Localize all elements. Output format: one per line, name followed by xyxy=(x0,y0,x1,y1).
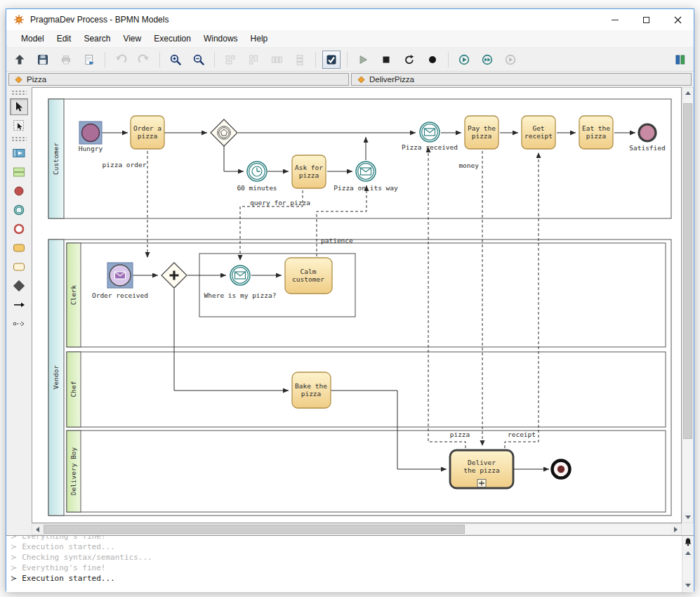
console-scrollbar[interactable] xyxy=(682,536,694,592)
palette-grip[interactable] xyxy=(11,136,27,143)
zoom-out-button[interactable] xyxy=(190,51,208,69)
horizontal-scroll-thumb[interactable] xyxy=(44,525,465,534)
subprocess-tool[interactable] xyxy=(10,258,28,275)
menu-search[interactable]: Search xyxy=(77,31,117,46)
print-icon xyxy=(60,53,72,66)
scroll-left-button[interactable] xyxy=(32,524,43,534)
scroll-up-button[interactable] xyxy=(682,88,693,98)
label-patience: patience xyxy=(321,237,353,244)
step-into-button[interactable] xyxy=(455,51,473,69)
vertical-scroll-thumb[interactable] xyxy=(683,103,692,439)
report-icon xyxy=(83,53,95,66)
distribute-vertical-button[interactable] xyxy=(291,51,309,69)
redo-button[interactable] xyxy=(135,51,153,69)
panels-icon xyxy=(674,53,687,66)
lane-tool[interactable] xyxy=(10,164,28,181)
select-tool[interactable] xyxy=(10,98,28,115)
run-button[interactable] xyxy=(354,51,372,69)
menu-view[interactable]: View xyxy=(117,31,147,46)
intermediate-event-tool[interactable] xyxy=(10,202,28,218)
task-bake-the-pizza[interactable]: Bake the pizza xyxy=(292,372,331,408)
envelope-icon xyxy=(115,272,126,279)
check-model-button[interactable] xyxy=(322,51,341,69)
end-event-tool[interactable] xyxy=(10,221,28,237)
console-scroll-up-button[interactable] xyxy=(682,548,693,558)
menu-help[interactable]: Help xyxy=(244,31,275,46)
print-button[interactable] xyxy=(57,51,75,69)
align-vertical-icon xyxy=(247,53,260,66)
close-button[interactable] xyxy=(662,9,694,30)
tab-deliverpizza[interactable]: DeliverPizza xyxy=(351,73,692,86)
parent-up-button[interactable] xyxy=(11,51,29,69)
menu-execution[interactable]: Execution xyxy=(147,31,197,46)
app-logo-icon xyxy=(13,14,25,25)
align-horizontal-button[interactable] xyxy=(221,51,239,69)
align-vertical-button[interactable] xyxy=(244,51,263,69)
message-event-pizza-received[interactable] xyxy=(420,122,440,142)
menu-model[interactable]: Model xyxy=(15,31,51,46)
record-icon xyxy=(426,53,439,66)
label-pizza-on-its-way: Pizza on its way xyxy=(334,184,398,192)
palette-grip[interactable] xyxy=(11,90,27,96)
task-ask-for-pizza[interactable]: Ask for pizza xyxy=(292,155,326,188)
svg-text:receipt: receipt xyxy=(524,132,553,140)
restart-button[interactable] xyxy=(400,51,418,69)
task-get-receipt[interactable]: Get receipt xyxy=(522,116,555,149)
vertical-scrollbar[interactable] xyxy=(682,87,694,523)
end-event-satisfied[interactable] xyxy=(639,124,656,141)
report-button[interactable] xyxy=(80,51,98,69)
svg-text:pizza: pizza xyxy=(299,171,319,179)
menu-edit[interactable]: Edit xyxy=(51,31,78,46)
message-event-pizza-on-its-way[interactable] xyxy=(356,162,376,181)
maximize-button[interactable] xyxy=(630,9,662,30)
scroll-down-button[interactable] xyxy=(682,512,693,523)
message-flow-tool[interactable] xyxy=(10,315,28,332)
start-event-order-received[interactable] xyxy=(107,263,133,288)
stop-button[interactable] xyxy=(377,51,395,69)
sequence-flow-tool[interactable] xyxy=(10,296,28,313)
start-event-hungry[interactable] xyxy=(79,122,102,144)
timer-event-60-minutes[interactable] xyxy=(247,162,267,181)
bpmn-model-icon xyxy=(357,76,365,84)
start-event-tool[interactable] xyxy=(10,183,28,199)
svg-text:customer: customer xyxy=(292,275,324,283)
alerts-bell-icon[interactable] xyxy=(684,537,692,549)
label-60-minutes: 60 minutes xyxy=(237,184,277,192)
lane-delivery-boy[interactable]: Delivery Boy xyxy=(67,431,666,512)
lane-clerk[interactable]: Clerk xyxy=(67,243,666,347)
lasso-tool[interactable] xyxy=(10,117,28,134)
task-tool[interactable] xyxy=(10,240,28,256)
horizontal-scrollbar[interactable] xyxy=(32,523,682,535)
step-over-button[interactable] xyxy=(478,51,496,69)
task-order-a-pizza[interactable]: Order a pizza xyxy=(131,116,164,149)
message-event-where-is-my-pizza[interactable] xyxy=(230,265,250,285)
down-arrow-icon xyxy=(685,584,691,587)
scroll-right-button[interactable] xyxy=(671,524,681,534)
menu-windows[interactable]: Windows xyxy=(197,31,244,46)
app-window: PragmaDev Process - BPMN Models Model Ed… xyxy=(6,8,694,591)
tab-pizza[interactable]: Pizza xyxy=(8,73,349,86)
lane-chef[interactable]: Chef xyxy=(67,352,666,427)
sequence-flow-icon xyxy=(12,298,26,312)
diagram-canvas[interactable]: Customer Vendor Clerk Chef xyxy=(32,87,682,523)
subprocess-deliver-the-pizza[interactable]: Deliver the pizza xyxy=(450,450,513,488)
undo-icon xyxy=(114,53,127,66)
end-event-delivery[interactable] xyxy=(553,461,570,478)
show-panels-button[interactable] xyxy=(671,51,689,69)
pool-tool[interactable] xyxy=(10,145,28,162)
record-button[interactable] xyxy=(423,51,442,69)
label-order-received: Order received xyxy=(92,291,148,299)
task-eat-the-pizza[interactable]: Eat the pizza xyxy=(579,116,613,149)
zoom-in-button[interactable] xyxy=(166,51,185,69)
distribute-horizontal-button[interactable] xyxy=(268,51,286,69)
undo-button[interactable] xyxy=(112,51,130,69)
task-pay-the-pizza[interactable]: Pay the pizza xyxy=(465,116,498,149)
console-scroll-down-button[interactable] xyxy=(682,580,693,591)
distribute-vertical-icon xyxy=(293,53,306,66)
step-out-button[interactable] xyxy=(501,51,520,69)
gateway-tool[interactable] xyxy=(10,277,28,294)
save-button[interactable] xyxy=(34,51,52,69)
label-satisfied: Satisfied xyxy=(629,144,665,152)
task-calm-customer[interactable]: Calm customer xyxy=(285,258,332,294)
minimize-button[interactable] xyxy=(599,9,630,30)
